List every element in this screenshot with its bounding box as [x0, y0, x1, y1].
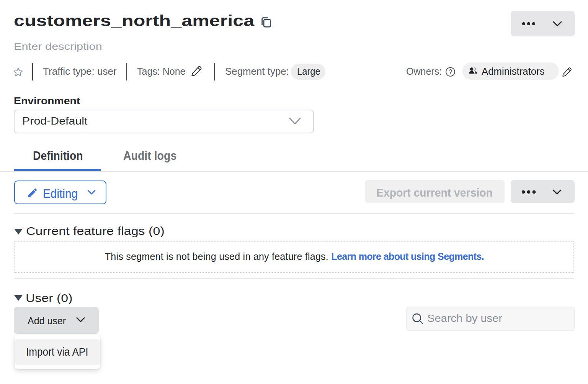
- svg-text:?: ?: [449, 69, 452, 75]
